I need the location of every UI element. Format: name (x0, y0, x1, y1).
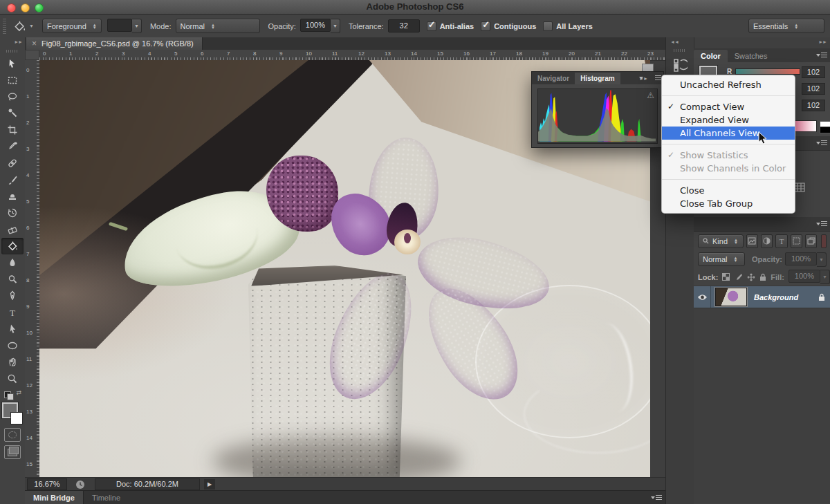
all-layers-checkbox[interactable] (543, 21, 553, 31)
filter-type-layers-icon[interactable]: T (775, 234, 787, 248)
tool-path-selection[interactable] (1, 321, 24, 337)
ramp-black-swatch[interactable] (820, 127, 830, 133)
tool-eyedropper[interactable] (1, 138, 24, 155)
close-document-icon[interactable]: × (32, 39, 37, 48)
document-size-info[interactable]: Doc: 60.2M/60.2M (95, 478, 200, 490)
document-title: Fig08_rgbimage_CS6.psd @ 16.7% (RGB/8) (42, 39, 194, 48)
layer-lock-icon (818, 293, 825, 301)
red-slider[interactable] (735, 68, 800, 75)
pattern-swatch[interactable] (107, 19, 132, 32)
menu-item-close-tab-group[interactable]: Close Tab Group (662, 197, 795, 210)
adjustments-panel-menu-icon[interactable] (816, 140, 827, 147)
filter-adjustment-layers-icon[interactable] (761, 234, 773, 248)
opacity-value[interactable]: 100% (300, 19, 331, 32)
screen-mode-button[interactable] (4, 445, 21, 459)
tool-preset-arrow-icon[interactable]: ▼ (29, 24, 34, 28)
vertical-ruler[interactable]: 0123456789101112131415 (25, 60, 40, 477)
tool-lasso[interactable] (1, 88, 24, 105)
layer-fill-combo[interactable]: 100%▼ (788, 270, 830, 284)
history-panel-icon[interactable] (672, 57, 688, 73)
ruler-v-number: 8 (26, 277, 29, 283)
histogram-menu-icon[interactable] (650, 75, 661, 82)
anti-alias-checkbox[interactable] (427, 21, 436, 31)
menu-item-uncached-refresh[interactable]: Uncached Refresh (662, 78, 795, 91)
tool-quick-selection[interactable] (1, 105, 24, 122)
filter-toggle-switch[interactable] (821, 234, 827, 248)
uncached-warning-icon[interactable]: ⚠ (647, 91, 654, 100)
tool-healing-brush[interactable] (1, 155, 24, 171)
menu-item-expanded-view[interactable]: Expanded View (662, 113, 795, 127)
workspace-select[interactable]: Essentials ▲▼ (748, 19, 824, 33)
fill-source-select[interactable]: Foreground ▲▼ (42, 19, 102, 33)
swap-colors-icon[interactable]: ⇄ (16, 389, 21, 396)
tool-zoom[interactable] (1, 371, 24, 387)
tool-marquee[interactable] (1, 72, 24, 88)
lock-position-icon[interactable] (747, 273, 755, 281)
filter-pixel-layers-icon[interactable] (746, 234, 758, 248)
ruler-corner[interactable] (25, 50, 39, 60)
horizontal-ruler[interactable]: 01234567891011121314151617181920212223 (39, 50, 665, 61)
tool-blur[interactable] (1, 254, 24, 271)
menu-item-label: Compact View (680, 102, 744, 112)
background-color-swatch[interactable] (10, 412, 23, 424)
tool-clone-stamp[interactable] (1, 188, 24, 205)
layers-panel-menu-icon[interactable] (816, 221, 827, 227)
layer-opacity-combo[interactable]: 100%▼ (785, 252, 827, 267)
status-flyout-button[interactable]: ▶ (204, 479, 215, 489)
tab-navigator[interactable]: Navigator (532, 73, 575, 84)
tools-grip[interactable] (6, 50, 19, 53)
layer-thumbnail[interactable] (715, 288, 747, 306)
tool-pen[interactable] (1, 288, 24, 304)
tool-hand[interactable] (1, 354, 24, 371)
dock-collapse-icon[interactable]: ◄◄ (666, 37, 694, 48)
filter-kind-select[interactable]: Kind ▲▼ (698, 234, 744, 248)
tab-timeline[interactable]: Timeline (84, 491, 129, 504)
tab-histogram[interactable]: Histogram (575, 73, 620, 84)
default-colors-widget[interactable]: ⇄ (3, 390, 21, 398)
paint-bucket-tool-icon[interactable] (13, 20, 27, 32)
green-value-field[interactable]: 102 (802, 83, 825, 95)
quick-mask-button[interactable] (4, 428, 21, 442)
lock-transparency-icon[interactable] (722, 273, 730, 281)
document-tab[interactable]: × Fig08_rgbimage_CS6.psd @ 16.7% (RGB/8) (26, 37, 203, 50)
red-value-field[interactable]: 102 (802, 66, 825, 78)
layer-name[interactable]: Background (754, 293, 798, 301)
menu-item-compact-view[interactable]: ✓Compact View (662, 100, 795, 113)
tool-history-brush[interactable] (1, 205, 24, 221)
lock-all-icon[interactable] (759, 273, 766, 281)
filter-shape-layers-icon[interactable] (791, 234, 802, 248)
opacity-dropdown-button[interactable]: ▼ (331, 19, 340, 33)
blend-mode-select[interactable]: Normal ▲▼ (698, 252, 745, 266)
tools-collapse-icon[interactable]: ►► (0, 37, 25, 49)
tool-crop[interactable] (1, 122, 24, 138)
tool-dodge[interactable] (1, 271, 24, 288)
tab-swatches[interactable]: Swatches (728, 50, 775, 62)
tool-brush[interactable] (1, 171, 24, 188)
layer-visibility-toggle[interactable] (694, 286, 711, 308)
tool-shape[interactable] (1, 337, 24, 354)
filter-smart-objects-icon[interactable] (805, 234, 817, 248)
zoom-level-field[interactable]: 16.67% (27, 478, 67, 490)
mode-select[interactable]: Normal ▲▼ (176, 19, 260, 33)
options-bar-grip[interactable] (3, 19, 6, 34)
layer-row-background[interactable]: Background (694, 286, 830, 308)
dock-collapse-right-icon[interactable]: ►► (694, 37, 830, 48)
tool-type[interactable]: T (1, 304, 24, 321)
tool-eraser[interactable] (1, 221, 24, 238)
pattern-dropdown-button[interactable]: ▼ (132, 19, 142, 33)
tool-paint-bucket[interactable] (1, 238, 24, 254)
lock-pixels-icon[interactable] (734, 273, 743, 281)
tolerance-input[interactable]: 32 (388, 19, 420, 32)
color-swatches-widget[interactable] (2, 402, 23, 424)
blue-value-field[interactable]: 102 (802, 100, 825, 111)
color-panel-menu-icon[interactable] (816, 52, 827, 59)
menu-item-close[interactable]: Close (662, 184, 795, 197)
tab-color[interactable]: Color (694, 50, 728, 62)
panel-menu-icon[interactable] (651, 494, 662, 501)
tool-move[interactable] (1, 55, 24, 72)
contiguous-checkbox[interactable] (481, 21, 490, 31)
tab-mini-bridge[interactable]: Mini Bridge (25, 491, 84, 504)
menu-item-all-channels-view[interactable]: All Channels View (662, 127, 795, 140)
strip-grip[interactable] (674, 49, 686, 52)
mini-bridge-icon[interactable] (75, 480, 85, 489)
